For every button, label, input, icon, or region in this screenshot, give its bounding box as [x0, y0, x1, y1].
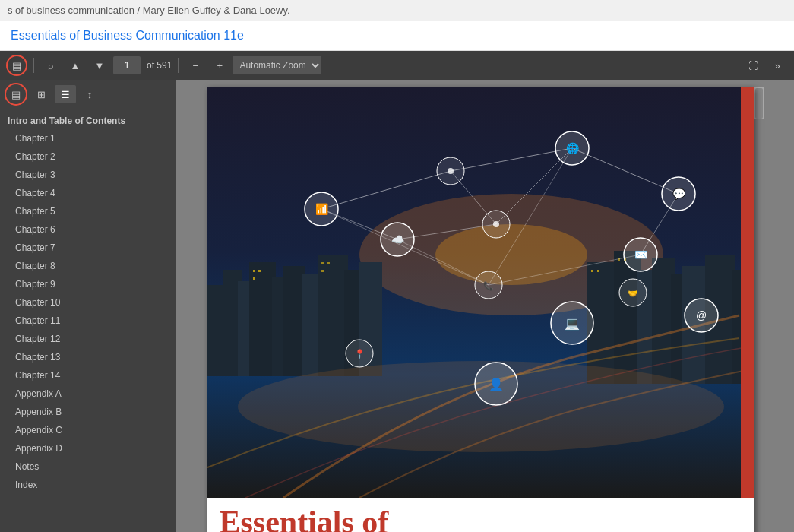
cover-title-bar: Essentials of: [207, 498, 754, 532]
sidebar: ▤ ⊞ ☰ ↕ Intro and Table of Contents Chap…: [0, 80, 176, 532]
list-item[interactable]: Chapter 11: [0, 312, 176, 330]
prev-icon: ▲: [71, 60, 81, 71]
list-item[interactable]: Chapter 14: [0, 366, 176, 385]
svg-rect-8: [283, 266, 305, 376]
book-title-bar: Essentials of Business Communication 11e: [0, 21, 794, 51]
book-title-link[interactable]: Essentials of Business Communication 11e: [11, 29, 244, 42]
svg-rect-25: [327, 262, 330, 264]
toolbar-separator-1: [33, 58, 34, 73]
fullscreen-icon: ⛶: [748, 60, 758, 71]
zoom-in-icon: +: [217, 60, 223, 71]
tab-sidebar-toggle[interactable]: ▤: [5, 83, 27, 106]
sidebar-toggle-icon: ▤: [11, 89, 21, 100]
list-item[interactable]: Appendix A: [0, 385, 176, 403]
list-item[interactable]: Appendix B: [0, 403, 176, 421]
svg-text:📞: 📞: [483, 280, 494, 291]
sidebar-tabs: ▤ ⊞ ☰ ↕: [0, 80, 176, 109]
pdf-cover-image: 📶 🌐 💬 ☁️: [207, 87, 754, 498]
sidebar-content: Intro and Table of Contents Chapter 1 Ch…: [0, 109, 176, 532]
pdf-page: 📶 🌐 💬 ☁️: [207, 87, 754, 532]
list-item[interactable]: Chapter 4: [0, 184, 176, 202]
svg-rect-28: [597, 270, 599, 272]
page-wrapper: s of business communication / Mary Ellen…: [0, 0, 794, 532]
svg-rect-22: [258, 270, 261, 272]
svg-point-69: [493, 221, 499, 227]
toolbar: ▤ ⌕ ▲ ▼ of 591 − + Automatic Zoo: [0, 51, 794, 80]
list-item[interactable]: Notes: [0, 458, 176, 476]
svg-text:💬: 💬: [672, 188, 685, 201]
cover-red-strip: [741, 87, 754, 498]
list-item[interactable]: Chapter 7: [0, 239, 176, 257]
svg-text:📍: 📍: [353, 348, 365, 359]
search-icon: ⌕: [48, 60, 54, 71]
svg-text:📶: 📶: [315, 203, 328, 216]
network-visualization: 📶 🌐 💬 ☁️: [207, 87, 754, 498]
grid-icon: ⊞: [37, 89, 46, 100]
svg-rect-26: [321, 270, 324, 272]
outline-icon: ↕: [87, 89, 93, 100]
list-item[interactable]: Chapter 6: [0, 220, 176, 239]
search-button[interactable]: ⌕: [40, 55, 62, 76]
breadcrumb-text: s of business communication / Mary Ellen…: [8, 5, 290, 16]
pdf-scrollbar[interactable]: [754, 87, 764, 119]
main-area: ▤ ⊞ ☰ ↕ Intro and Table of Contents Chap…: [0, 80, 794, 532]
list-item[interactable]: Chapter 13: [0, 348, 176, 366]
top-bar: s of business communication / Mary Ellen…: [0, 0, 794, 21]
tab-grid-view[interactable]: ⊞: [30, 85, 52, 103]
svg-rect-10: [318, 255, 348, 376]
svg-rect-27: [591, 270, 593, 272]
prev-page-button[interactable]: ▲: [65, 55, 86, 76]
list-item[interactable]: Chapter 3: [0, 166, 176, 184]
cover-title-text: Essentials of: [220, 505, 389, 532]
pdf-viewer: 📶 🌐 💬 ☁️: [176, 80, 794, 532]
zoom-select[interactable]: Automatic Zoom 50% 75% 100% 125% 150%: [233, 56, 321, 74]
scrollbar-thumb[interactable]: [755, 88, 763, 119]
svg-text:🤝: 🤝: [628, 288, 638, 299]
list-item[interactable]: Chapter 5: [0, 202, 176, 220]
list-item[interactable]: Appendix D: [0, 439, 176, 458]
svg-text:🌐: 🌐: [565, 142, 579, 155]
svg-text:💻: 💻: [565, 316, 580, 331]
svg-text:@: @: [695, 309, 706, 321]
list-item[interactable]: Chapter 9: [0, 275, 176, 293]
more-tools-button[interactable]: »: [767, 55, 788, 76]
list-item[interactable]: Index: [0, 476, 176, 494]
list-icon: ☰: [61, 89, 70, 100]
list-item[interactable]: Chapter 1: [0, 129, 176, 147]
next-page-button[interactable]: ▼: [89, 55, 110, 76]
tab-outline-view[interactable]: ↕: [79, 85, 100, 103]
zoom-out-button[interactable]: −: [185, 55, 206, 76]
toolbar-separator-2: [178, 58, 179, 73]
toc-header[interactable]: Intro and Table of Contents: [0, 109, 176, 129]
svg-point-2: [435, 224, 587, 285]
list-item[interactable]: Chapter 10: [0, 293, 176, 312]
zoom-out-icon: −: [193, 60, 199, 71]
page-number-input[interactable]: [113, 56, 141, 74]
zoom-in-button[interactable]: +: [209, 55, 230, 76]
svg-text:☁️: ☁️: [391, 233, 404, 246]
tab-list-view[interactable]: ☰: [55, 85, 76, 103]
svg-text:👤: 👤: [489, 377, 504, 391]
list-item[interactable]: Appendix C: [0, 421, 176, 439]
svg-rect-21: [253, 270, 255, 272]
more-icon: »: [774, 60, 780, 71]
next-icon: ▼: [95, 60, 105, 71]
viewer-container: ▤ ⌕ ▲ ▼ of 591 − + Automatic Zoo: [0, 51, 794, 532]
toolbar-right: ⛶ »: [742, 55, 788, 76]
list-item[interactable]: Chapter 2: [0, 147, 176, 166]
svg-rect-23: [253, 277, 255, 280]
list-item[interactable]: Chapter 8: [0, 257, 176, 275]
svg-rect-9: [302, 274, 319, 376]
list-item[interactable]: Chapter 12: [0, 330, 176, 348]
page-total-label: of 591: [147, 60, 172, 71]
svg-point-68: [448, 168, 454, 174]
sidebar-icon: ▤: [12, 60, 21, 71]
svg-text:✉️: ✉️: [634, 249, 647, 261]
sidebar-toggle-button[interactable]: ▤: [6, 55, 27, 76]
svg-rect-24: [321, 262, 324, 264]
fullscreen-button[interactable]: ⛶: [742, 55, 764, 76]
